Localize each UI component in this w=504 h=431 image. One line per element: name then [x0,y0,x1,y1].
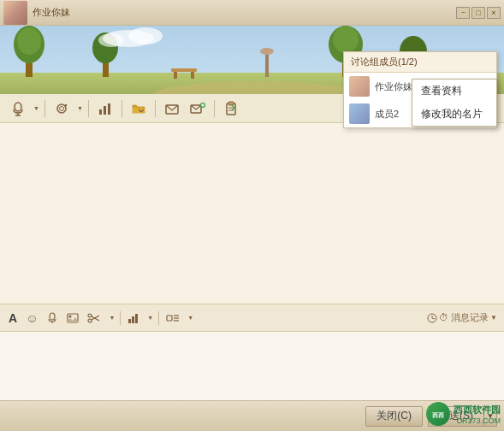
svg-rect-14 [265,51,269,77]
main-layout: A ☺ [0,123,504,431]
svg-rect-8 [171,68,197,72]
svg-point-46 [88,319,92,322]
svg-point-13 [333,26,359,53]
svg-point-25 [59,106,63,110]
member-name-2: 成员2 [375,108,399,121]
title-bar: 作业你妹 － □ × [0,0,504,26]
sep-5 [214,100,215,117]
close-button[interactable]: × [487,7,501,19]
members-header: 讨论组成员(1/2) [344,52,496,73]
window-title: 作业你妹 [33,6,70,19]
svg-point-21 [15,103,21,111]
sep-2 [88,100,89,117]
input-sep-2 [158,311,159,325]
chat-display [0,123,504,304]
scissors-arrow: ▼ [109,315,115,321]
voice-arrow: ▼ [33,105,39,111]
svg-point-27 [65,103,67,105]
member-name-1: 作业你妹 [375,80,412,93]
watermark: 西西 西西软件园 CR173.COM [401,397,504,431]
avatar [3,1,27,25]
context-menu-item-2[interactable]: 修改我的名片 [412,103,496,126]
svg-rect-29 [104,106,106,115]
main-window: 作业你妹 － □ × [0,0,504,431]
context-menu: 查看资料 修改我的名片 [412,79,497,127]
watermark-labels: 西西软件园 CR173.COM [454,404,501,425]
chat-area: A ☺ [0,123,504,431]
chart-arrow: ▼ [147,315,153,321]
camera-arrow: ▼ [77,105,83,111]
sep-3 [122,100,122,117]
site-name: 西西软件园 [454,404,501,416]
svg-point-45 [88,314,92,317]
member-avatar-2 [349,103,370,124]
chat-input-area [0,332,504,400]
scissors-button[interactable] [86,310,103,326]
svg-line-58 [432,318,435,319]
image-icon [67,312,79,324]
font-icon: A [9,311,17,325]
title-left: 作业你妹 [3,1,70,25]
email-button[interactable] [161,97,183,120]
emoji-button[interactable]: ☺ [24,310,39,327]
title-controls: － □ × [456,7,501,19]
transfer-button[interactable] [220,97,242,120]
svg-point-24 [57,104,66,113]
site-url: CR173.COM [454,416,501,425]
svg-rect-28 [99,109,102,115]
svg-point-41 [50,313,55,320]
watermark-text-area: 西西 西西软件园 CR173.COM [426,402,501,426]
more-button[interactable] [164,310,181,326]
chart-input-button[interactable] [126,310,141,326]
scissors-icon [87,312,101,324]
watermark-logo: 西西 [426,402,450,426]
voice-button[interactable] [7,97,29,120]
site-logo-icon: 西西 [430,406,446,422]
minimize-button[interactable]: － [456,7,470,19]
svg-line-47 [92,316,99,321]
chart-icon [127,312,139,324]
svg-rect-52 [167,316,172,321]
svg-rect-10 [191,72,194,79]
member-avatar-1 [349,76,370,97]
svg-point-20 [98,33,124,47]
history-arrow-icon: ▼ [490,314,497,322]
svg-line-48 [92,316,99,320]
image-input-button[interactable] [65,310,80,326]
message-history-button[interactable]: ⏱ 消息记录 ▼ [427,311,497,324]
voice-input-button[interactable] [44,310,60,326]
camera-button[interactable] [50,97,73,120]
sep-1 [44,100,45,117]
more-arrow: ▼ [187,315,193,321]
folder-button[interactable] [127,97,150,120]
chart-button[interactable] [94,97,116,120]
watermark-inner: 西西 西西软件园 CR173.COM [426,402,501,426]
font-button[interactable]: A [7,310,19,327]
input-toolbar: A ☺ [0,304,504,332]
svg-rect-38 [228,102,234,105]
input-sep-1 [120,311,121,325]
svg-rect-51 [135,314,138,323]
context-menu-item-1[interactable]: 查看资料 [412,80,496,103]
svg-rect-50 [132,316,134,323]
emoji-icon: ☺ [26,311,38,325]
svg-rect-30 [108,103,110,115]
chat-input-field[interactable] [7,337,497,395]
email-plus-button[interactable] [187,97,209,120]
more-icon [166,312,180,324]
svg-text:西西: 西西 [432,412,445,418]
svg-point-15 [260,48,274,55]
svg-point-5 [17,27,41,55]
svg-rect-49 [128,319,131,323]
clock-icon [427,313,437,323]
svg-rect-9 [174,72,177,79]
sep-4 [155,100,156,117]
maximize-button[interactable]: □ [471,7,485,19]
svg-point-19 [128,27,163,44]
mic-icon [46,312,58,324]
history-label: ⏱ 消息记录 [439,311,489,324]
svg-point-44 [69,315,72,317]
